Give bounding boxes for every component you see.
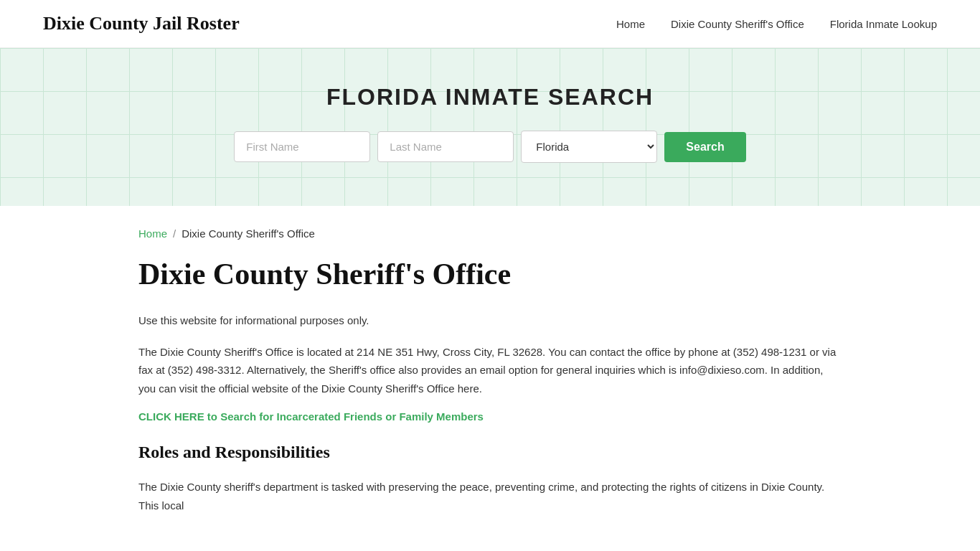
- breadcrumb-home[interactable]: Home: [138, 227, 167, 240]
- cta-search-link[interactable]: CLICK HERE to Search for Incarcerated Fr…: [138, 410, 484, 423]
- info-para: The Dixie County Sheriff's Office is loc…: [138, 343, 842, 398]
- breadcrumb-current: Dixie County Sheriff's Office: [182, 227, 315, 240]
- hero-title: FLORIDA INMATE SEARCH: [14, 84, 966, 110]
- intro-para: Use this website for informational purpo…: [138, 311, 842, 330]
- main-content: Home / Dixie County Sheriff's Office Dix…: [95, 206, 885, 551]
- hero-section: FLORIDA INMATE SEARCH Florida Alabama Ge…: [0, 48, 980, 206]
- nav-home[interactable]: Home: [616, 18, 645, 30]
- nav-inmate-lookup[interactable]: Florida Inmate Lookup: [830, 18, 937, 30]
- last-name-input[interactable]: [377, 131, 514, 162]
- page-title: Dixie County Sheriff's Office: [138, 257, 842, 291]
- breadcrumb: Home / Dixie County Sheriff's Office: [138, 227, 842, 240]
- breadcrumb-separator: /: [173, 227, 176, 240]
- state-select[interactable]: Florida Alabama Georgia Texas: [521, 131, 657, 163]
- header: Dixie County Jail Roster Home Dixie Coun…: [0, 0, 980, 48]
- first-name-input[interactable]: [234, 131, 370, 162]
- main-nav: Home Dixie County Sheriff's Office Flori…: [616, 18, 937, 30]
- roles-heading: Roles and Responsibilities: [138, 443, 842, 462]
- search-form: Florida Alabama Georgia Texas Search: [14, 131, 966, 163]
- nav-sheriffs-office[interactable]: Dixie County Sheriff's Office: [671, 18, 804, 30]
- search-button[interactable]: Search: [664, 132, 745, 162]
- site-logo[interactable]: Dixie County Jail Roster: [43, 13, 240, 34]
- roles-para: The Dixie County sheriff's department is…: [138, 478, 842, 514]
